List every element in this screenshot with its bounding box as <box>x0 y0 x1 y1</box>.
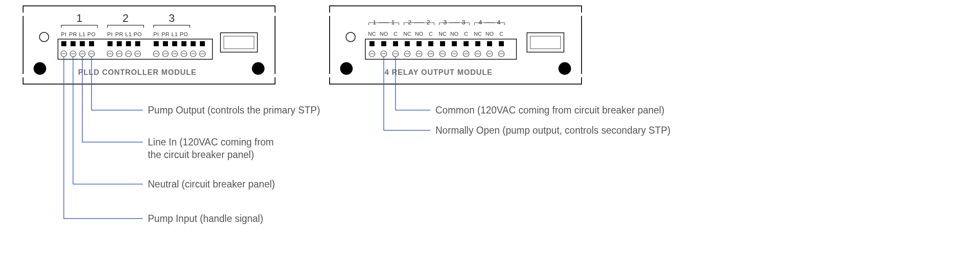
callout-common: Common (120VAC coming from circuit break… <box>435 105 664 116</box>
svg-rect-53 <box>381 41 386 46</box>
svg-rect-56 <box>417 41 422 46</box>
group-2-label: 2 <box>123 12 128 24</box>
g3-l1: L1 <box>171 31 178 37</box>
svg-rect-57 <box>428 41 433 46</box>
left-callouts: Pump Output (controls the primary STP) L… <box>148 105 320 224</box>
svg-rect-17 <box>191 41 196 46</box>
svg-rect-10 <box>117 41 122 46</box>
svg-rect-63 <box>499 41 504 46</box>
svg-rect-18 <box>200 41 205 46</box>
r2-c: C <box>429 31 432 37</box>
g1-pr: PR <box>69 31 77 37</box>
callout-normally-open: Normally Open (pump output, controls sec… <box>435 125 671 136</box>
right-callouts: Common (120VAC coming from circuit break… <box>435 105 671 136</box>
r2-nc: NC <box>404 31 411 37</box>
callout-neutral: Neutral (circuit breaker panel) <box>148 179 275 190</box>
r2-no: NO <box>415 31 423 37</box>
g2-po: PO <box>134 31 142 37</box>
svg-rect-48 <box>328 13 584 16</box>
r3b: 3 <box>462 18 465 26</box>
right-module-title: 4 RELAY OUTPUT MODULE <box>385 68 493 76</box>
r4b: 4 <box>497 18 500 26</box>
left-hole <box>34 62 46 75</box>
svg-rect-51 <box>530 36 561 49</box>
svg-rect-61 <box>475 41 480 46</box>
group-1-label: 1 <box>76 12 82 24</box>
r1-nc: NC <box>368 31 376 37</box>
display-window <box>527 33 564 52</box>
right-hole <box>252 62 265 75</box>
r1a: 1 <box>373 18 376 26</box>
r4a: 4 <box>479 18 482 26</box>
r1b: 1 <box>391 18 395 26</box>
g2-l1: L1 <box>125 31 131 37</box>
svg-rect-59 <box>452 41 457 46</box>
callout-pump-output: Pump Output (controls the primary STP) <box>148 105 320 116</box>
svg-rect-54 <box>393 41 398 46</box>
r1-no: NO <box>380 31 388 37</box>
left-hole <box>340 62 353 75</box>
left-led <box>346 32 355 42</box>
r1-c: C <box>393 31 397 37</box>
g2-pi: PI <box>107 31 113 37</box>
svg-rect-1 <box>21 13 277 16</box>
plld-module: 1 2 3 <box>21 6 277 84</box>
g2-pr: PR <box>115 31 123 37</box>
svg-rect-55 <box>405 41 410 46</box>
g3-pr: PR <box>161 31 169 37</box>
left-led <box>39 32 49 42</box>
svg-rect-15 <box>172 41 177 46</box>
svg-rect-7 <box>80 41 85 46</box>
g3-po: PO <box>180 31 188 37</box>
display-window <box>220 33 257 52</box>
svg-rect-16 <box>181 41 186 46</box>
g1-pi: PI <box>61 31 66 37</box>
callout-pump-input: Pump Input (handle signal) <box>148 213 263 224</box>
r2a: 2 <box>408 18 411 26</box>
r3a: 3 <box>443 18 447 26</box>
svg-rect-12 <box>135 41 140 46</box>
svg-rect-14 <box>163 41 168 46</box>
callout-line-in-1: Line In (120VAC coming from <box>148 137 274 148</box>
r4-c: C <box>499 31 503 37</box>
r3-c: C <box>464 31 468 37</box>
r4-no: NO <box>485 31 494 37</box>
svg-rect-5 <box>61 41 66 46</box>
svg-rect-13 <box>154 41 159 46</box>
right-hole <box>558 62 571 75</box>
svg-rect-8 <box>89 41 94 46</box>
left-module-title: PLLD CONTROLLER MODULE <box>78 68 197 76</box>
relay-module: 1 1 2 2 3 3 4 4 NC NO C NC NO C NC NO C <box>328 6 584 84</box>
svg-rect-60 <box>464 41 469 46</box>
svg-rect-4 <box>224 36 254 49</box>
svg-rect-6 <box>71 41 76 46</box>
svg-rect-52 <box>369 41 375 46</box>
r3-no: NO <box>450 31 459 37</box>
r2b: 2 <box>427 18 430 26</box>
svg-rect-58 <box>440 41 445 46</box>
g1-po: PO <box>87 31 96 37</box>
group-3-label: 3 <box>169 12 175 24</box>
svg-rect-9 <box>107 41 113 46</box>
svg-rect-11 <box>126 41 131 46</box>
g3-pi: PI <box>153 31 159 37</box>
callout-line-in-2: the circuit breaker panel) <box>148 149 254 160</box>
g1-l1: L1 <box>79 31 85 37</box>
r4-nc: NC <box>474 31 482 37</box>
r3-nc: NC <box>439 31 447 37</box>
svg-rect-62 <box>487 41 492 46</box>
